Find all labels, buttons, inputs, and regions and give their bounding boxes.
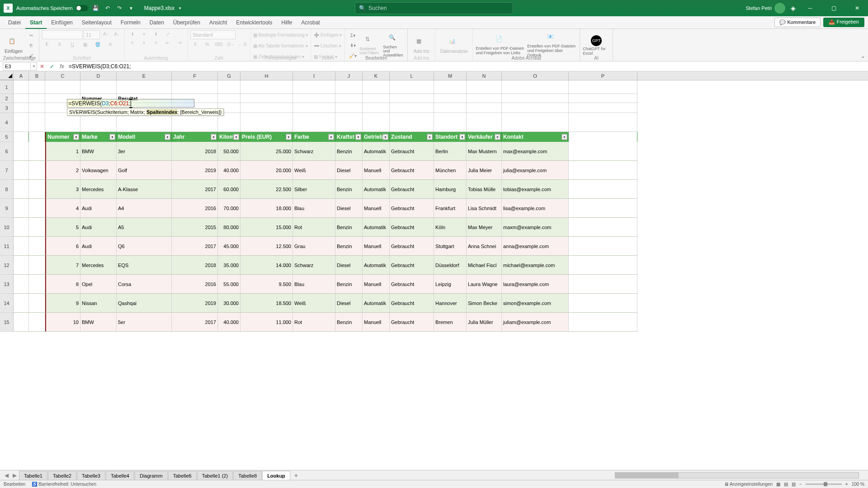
cell[interactable] — [241, 113, 293, 132]
autosave-toggle[interactable]: Automatisches Speichern — [16, 5, 88, 11]
cell[interactable] — [569, 199, 637, 218]
cell[interactable]: Bremen — [434, 313, 467, 332]
cell[interactable]: A4 — [117, 199, 172, 218]
cell[interactable]: Automatik — [363, 256, 390, 275]
cell[interactable] — [14, 132, 29, 142]
row-header-7[interactable]: 7 — [0, 161, 14, 180]
bold-button[interactable]: F — [42, 41, 52, 48]
cell[interactable]: max@example.com — [502, 142, 569, 161]
cell[interactable]: Qashqai — [117, 294, 172, 313]
cell[interactable]: 2017 — [172, 313, 218, 332]
column-header-C[interactable]: C — [45, 71, 80, 80]
cell[interactable]: laura@example.com — [502, 275, 569, 294]
cell[interactable]: Automatik — [363, 142, 390, 161]
cell[interactable] — [29, 80, 45, 94]
cell[interactable]: Köln — [434, 218, 467, 237]
cell[interactable]: 11.000 — [241, 313, 293, 332]
filter-dropdown-icon[interactable]: ▼ — [286, 134, 292, 140]
cell[interactable] — [335, 113, 363, 132]
sheet-tab-tabelle8[interactable]: Tabelle8 — [233, 471, 262, 480]
column-header-E[interactable]: E — [117, 71, 172, 80]
cell[interactable]: Simon Becke — [467, 294, 502, 313]
formula-confirm-button[interactable]: ✓ — [47, 63, 57, 70]
cell[interactable]: Gebraucht — [390, 313, 434, 332]
cell[interactable]: 5 — [45, 218, 80, 237]
column-header-M[interactable]: M — [434, 71, 467, 80]
cell[interactable] — [390, 113, 434, 132]
cell[interactable]: julia@example.com — [502, 161, 569, 180]
cell[interactable]: 9.500 — [241, 275, 293, 294]
zoom-slider[interactable] — [806, 483, 842, 485]
formula-cancel-button[interactable]: ✕ — [37, 63, 47, 70]
row-header-4[interactable]: 4 — [0, 113, 14, 132]
display-settings-button[interactable]: 🖥 Anzeigeeinstellungen — [724, 482, 773, 487]
cell[interactable]: Automatik — [363, 180, 390, 199]
cell[interactable]: Laura Wagne — [467, 275, 502, 294]
cell[interactable]: Lisa Schmidt — [467, 199, 502, 218]
cell[interactable]: 80.000 — [218, 218, 241, 237]
align-middle-icon[interactable]: ≡ — [139, 30, 149, 38]
column-header-J[interactable]: J — [335, 71, 363, 80]
row-header-8[interactable]: 8 — [0, 180, 14, 199]
cell[interactable] — [14, 199, 29, 218]
filter-dropdown-icon[interactable]: ▼ — [495, 134, 500, 140]
zoom-out-button[interactable]: − — [799, 482, 802, 487]
cell[interactable]: 8 — [45, 275, 80, 294]
cell[interactable]: Grau — [293, 237, 335, 256]
cell[interactable] — [569, 313, 637, 332]
cell[interactable]: Jahr▼ — [172, 132, 218, 142]
cell[interactable]: Blau — [293, 199, 335, 218]
cell[interactable] — [45, 80, 80, 94]
row-header-3[interactable]: 3 — [0, 103, 14, 113]
cell[interactable]: 14.000 — [241, 256, 293, 275]
cell[interactable] — [241, 94, 293, 103]
column-header-B[interactable]: B — [29, 71, 45, 80]
filter-dropdown-icon[interactable]: ▼ — [233, 134, 239, 140]
cell[interactable]: 25.000 — [241, 142, 293, 161]
font-color-button[interactable]: A — [105, 41, 115, 48]
cell[interactable]: 7 — [45, 256, 80, 275]
cell[interactable] — [29, 313, 45, 332]
toggle-switch-icon[interactable] — [75, 5, 88, 11]
cell[interactable]: EQS — [117, 256, 172, 275]
cell[interactable] — [172, 113, 218, 132]
cell[interactable] — [335, 94, 363, 103]
ribbon-tab-hilfe[interactable]: Hilfe — [277, 16, 297, 29]
column-header-G[interactable]: G — [218, 71, 241, 80]
cell[interactable]: Gebraucht — [390, 256, 434, 275]
italic-button[interactable]: K — [55, 41, 65, 48]
cell[interactable]: lisa@example.com — [502, 199, 569, 218]
increase-font-icon[interactable]: A↑ — [101, 30, 111, 38]
cell[interactable]: Max Meyer — [467, 218, 502, 237]
ribbon-collapse-icon[interactable]: ⌄ — [861, 53, 865, 59]
data-analysis-button[interactable]: 📊 Datenanalyse — [438, 30, 470, 61]
cell[interactable] — [29, 103, 45, 113]
qat-customize-icon[interactable]: ▾ — [127, 4, 135, 12]
cell[interactable] — [29, 94, 45, 103]
cell[interactable] — [29, 199, 45, 218]
cond-format-button[interactable]: ▦ Bedingte Formatierung ▾ — [253, 33, 308, 38]
cell[interactable]: Julia Müller — [467, 313, 502, 332]
column-header-L[interactable]: L — [390, 71, 434, 80]
search-input[interactable] — [368, 5, 509, 11]
fill-icon[interactable]: ⬇▾ — [348, 42, 358, 49]
cell[interactable] — [434, 94, 467, 103]
cell[interactable] — [29, 142, 45, 161]
cell[interactable] — [390, 80, 434, 94]
redo-icon[interactable]: ↷ — [115, 4, 123, 12]
border-button[interactable]: ▦ — [80, 41, 90, 48]
number-format-combo[interactable] — [190, 30, 236, 39]
cell[interactable] — [14, 113, 29, 132]
row-header-9[interactable]: 9 — [0, 199, 14, 218]
cell[interactable] — [390, 103, 434, 113]
cell[interactable]: Nissan — [80, 294, 117, 313]
cell[interactable]: Opel — [80, 275, 117, 294]
cell[interactable]: Michael Fiscl — [467, 256, 502, 275]
cell[interactable]: maxm@example.com — [502, 218, 569, 237]
cell[interactable] — [467, 113, 502, 132]
cell[interactable] — [502, 103, 569, 113]
row-header-6[interactable]: 6 — [0, 142, 14, 161]
indent-decrease-icon[interactable]: ⇤ — [163, 39, 173, 46]
fill-color-button[interactable]: 🪣 — [93, 41, 103, 48]
select-all-corner[interactable]: ◢ — [0, 71, 14, 80]
